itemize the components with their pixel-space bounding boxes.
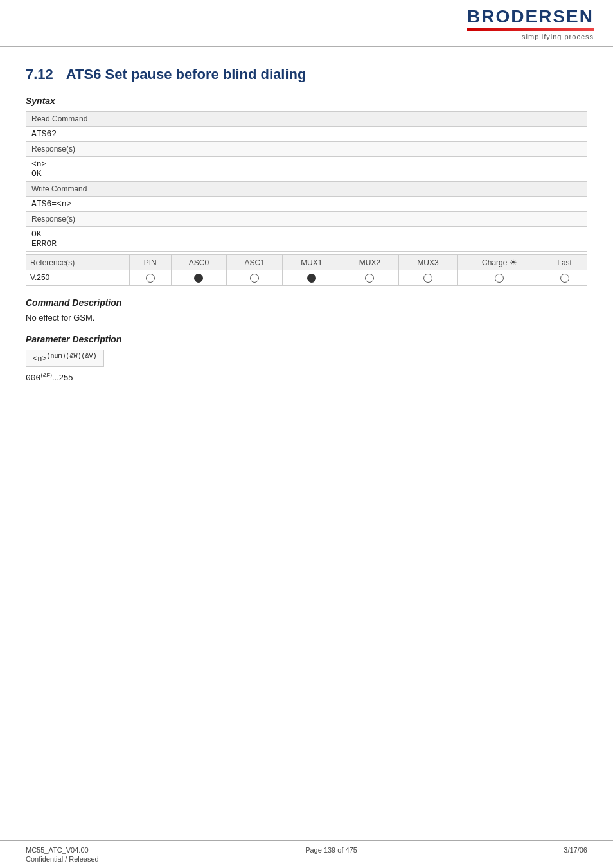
ref-asc1-cell — [227, 270, 283, 286]
read-command-code-row: ATS6? — [26, 127, 587, 142]
command-desc-heading: Command Description — [26, 297, 587, 308]
page-header: BRODERSEN simplifying process — [0, 0, 613, 47]
ref-col-header-4: MUX1 — [283, 255, 341, 270]
pin-circle — [146, 274, 155, 283]
param-desc-heading: Parameter Description — [26, 334, 587, 344]
write-response-val-row: OK ERROR — [26, 227, 587, 252]
write-command-header-cell: Write Command — [26, 182, 587, 197]
ref-charge-cell — [457, 270, 542, 286]
ref-last-cell — [542, 270, 587, 286]
write-command-header-row: Write Command — [26, 182, 587, 197]
read-response-val-cell: <n> OK — [26, 157, 587, 182]
asc0-circle — [194, 274, 203, 283]
footer-right: 3/17/06 — [564, 846, 587, 863]
mux1-circle — [307, 274, 316, 283]
param-range: 000 — [26, 373, 40, 383]
ref-col-header-8: Last — [542, 255, 587, 270]
read-response-n: <n> — [31, 159, 46, 169]
command-desc-text: No effect for GSM. — [26, 313, 587, 323]
write-response-ok: OK — [31, 229, 42, 239]
section-heading: 7.12 ATS6 Set pause before blind dialing — [26, 66, 587, 83]
logo-sub: simplifying process — [522, 33, 594, 40]
syntax-heading: Syntax — [26, 96, 587, 106]
ref-col-header-3: ASC1 — [227, 255, 283, 270]
ref-mux1-cell — [283, 270, 341, 286]
mux2-circle — [365, 274, 374, 283]
write-response-error: ERROR — [31, 239, 57, 249]
read-response-label-cell: Response(s) — [26, 142, 587, 157]
ref-col-header-6: MUX3 — [399, 255, 458, 270]
read-command-header-cell: Read Command — [26, 112, 587, 127]
read-response-val-row: <n> OK — [26, 157, 587, 182]
charge-icon: ☀ — [510, 258, 517, 267]
param-range-text: 000(&F)...255 — [26, 372, 587, 383]
logo-area: BRODERSEN simplifying process — [467, 6, 594, 40]
param-range-sup: (&F) — [40, 372, 52, 378]
write-command-code-cell: ATS6=<n> — [26, 197, 587, 212]
reference-data-row: V.250 — [26, 270, 587, 286]
ref-name-cell: V.250 — [26, 270, 130, 286]
syntax-table: Read Command ATS6? Response(s) <n> OK Wr… — [26, 111, 587, 252]
mux3-circle — [423, 274, 432, 283]
ref-mux3-cell — [399, 270, 458, 286]
ref-col-header-0: Reference(s) — [26, 255, 130, 270]
write-response-label-row: Response(s) — [26, 212, 587, 227]
ref-col-header-7: Charge ☀ — [457, 255, 542, 270]
read-response-ok: OK — [31, 169, 42, 179]
param-name: <n> — [33, 355, 47, 364]
main-content: 7.12 ATS6 Set pause before blind dialing… — [0, 47, 613, 421]
write-command-code-row: ATS6=<n> — [26, 197, 587, 212]
ref-col-header-5: MUX2 — [341, 255, 399, 270]
ref-mux2-cell — [341, 270, 399, 286]
param-box: <n>(num)(&W)(&V) — [26, 350, 104, 367]
ref-col-header-2: ASC0 — [171, 255, 227, 270]
reference-table: Reference(s) PIN ASC0 ASC1 MUX1 MUX2 MUX… — [26, 254, 587, 286]
ref-asc0-cell — [171, 270, 227, 286]
section-number: 7.12 — [26, 66, 53, 83]
last-circle — [560, 274, 569, 283]
reference-header-row: Reference(s) PIN ASC0 ASC1 MUX1 MUX2 MUX… — [26, 255, 587, 270]
footer-left-line2: Confidential / Released — [26, 855, 99, 863]
ref-col-header-1: PIN — [130, 255, 172, 270]
logo-bar — [467, 28, 594, 31]
section-title: ATS6 Set pause before blind dialing — [66, 66, 306, 83]
read-response-label-row: Response(s) — [26, 142, 587, 157]
write-response-val-cell: OK ERROR — [26, 227, 587, 252]
read-command-header-row: Read Command — [26, 112, 587, 127]
read-command-code-cell: ATS6? — [26, 127, 587, 142]
footer-center: Page 139 of 475 — [305, 846, 357, 863]
param-range-end: ...255 — [52, 373, 73, 382]
footer-left: MC55_ATC_V04.00 Confidential / Released — [26, 846, 99, 863]
footer-left-line1: MC55_ATC_V04.00 — [26, 846, 99, 854]
ref-pin-cell — [130, 270, 172, 286]
charge-circle — [495, 274, 504, 283]
write-response-label-cell: Response(s) — [26, 212, 587, 227]
param-superscript: (num)(&W)(&V) — [47, 353, 97, 360]
page-footer: MC55_ATC_V04.00 Confidential / Released … — [0, 840, 613, 868]
asc1-circle — [250, 274, 259, 283]
logo-text: BRODERSEN — [467, 6, 594, 27]
